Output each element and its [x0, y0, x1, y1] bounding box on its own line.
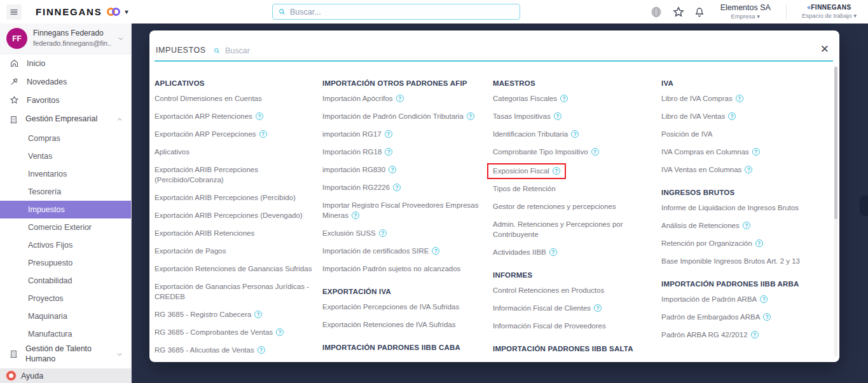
menu-item-retencion-por-organizacion[interactable]: Retención por Organización?	[661, 238, 833, 248]
help-icon[interactable]: ?	[553, 167, 560, 175]
sidebar-item-impuestos[interactable]: Impuestos	[0, 201, 131, 218]
help-icon[interactable]: ?	[763, 313, 771, 321]
menu-item-rg-3685-comprobantes-de-ventas[interactable]: RG 3685 - Comprobantes de Ventas?	[155, 327, 313, 337]
menu-item-tipos-de-retencion[interactable]: Tipos de Retención	[493, 184, 642, 194]
menu-item-control-retenciones-en-productos[interactable]: Control Retenciones en Productos	[493, 285, 642, 295]
menu-item-exportacion-arib-retenciones[interactable]: Exportación ARIB Retenciones	[155, 228, 313, 238]
close-icon[interactable]: ✕	[820, 44, 829, 55]
help-icon[interactable]: ?	[728, 112, 736, 120]
global-search[interactable]	[272, 4, 520, 20]
hamburger-menu-icon[interactable]	[6, 4, 22, 20]
menu-item-exportacion-percepciones-de-iva-sufridas[interactable]: Exportación Percepciones de IVA Sufridas	[322, 302, 485, 312]
menu-item-libro-de-iva-compras[interactable]: Libro de IVA Compras?	[661, 93, 833, 104]
help-icon[interactable]: ?	[743, 222, 750, 229]
menu-item-importacion-de-padron-condicion-tributaria[interactable]: Importación de Padrón Condición Tributar…	[322, 111, 485, 121]
menu-item-importacion-padron-sujetos-no-alcanzados[interactable]: Importación Padrón sujetos no alcanzados	[322, 264, 485, 274]
help-icon[interactable]: ?	[256, 112, 263, 120]
modal-search[interactable]	[213, 43, 353, 58]
menu-item-importacion-de-padron-arba[interactable]: Importación de Padrón ARBA?	[661, 294, 833, 304]
help-icon[interactable]: ?	[389, 166, 396, 173]
globe-icon[interactable]	[649, 5, 663, 19]
menu-item-importacion-rg2226[interactable]: Importación RG2226?	[322, 182, 485, 192]
menu-item-actividades-iibb[interactable]: Actividades IIBB?	[493, 247, 642, 257]
sidebar-item-contabilidad[interactable]: Contabilidad	[0, 272, 131, 290]
sidebar-item-tesoreria[interactable]: Tesorería	[0, 183, 131, 201]
sidebar-item-proyectos[interactable]: Proyectos	[0, 290, 131, 307]
feedback-tab[interactable]	[860, 196, 868, 216]
global-search-input[interactable]	[290, 8, 514, 17]
help-icon[interactable]: ?	[755, 239, 763, 247]
help-icon[interactable]: ?	[379, 229, 387, 237]
sidebar-item-maquinaria[interactable]: Maquinaria	[0, 307, 131, 325]
menu-item-exportacion-arp-retenciones[interactable]: Exportación ARP Retenciones?	[155, 111, 313, 121]
scrollbar-thumb[interactable]	[834, 67, 837, 219]
help-icon[interactable]: ?	[352, 212, 359, 219]
menu-item-aplicativos[interactable]: Aplicativos	[155, 147, 313, 157]
menu-item-analisis-de-retenciones[interactable]: Análisis de Retenciones?	[661, 220, 833, 231]
sidebar-item-manufactura[interactable]: Manufactura	[0, 325, 131, 343]
help-icon[interactable]: ?	[467, 112, 474, 120]
menu-item-admin-retenciones-y-percepciones-por-contribuyente[interactable]: Admin. Retenciones y Percepciones por Co…	[493, 219, 642, 239]
help-icon[interactable]: ?	[571, 130, 579, 138]
menu-item-padron-arba-rg-42-2012[interactable]: Padrón ARBA RG 42/2012?	[661, 330, 833, 340]
menu-item-control-dimensiones-en-cuentas[interactable]: Control Dimensiones en Cuentas	[155, 93, 313, 104]
sidebar-item-inicio[interactable]: Inicio	[0, 54, 131, 72]
help-icon[interactable]: ?	[396, 95, 404, 102]
menu-item-informacion-fiscal-de-proveedores[interactable]: Información Fiscal de Proveedores	[493, 321, 642, 331]
help-icon[interactable]: ?	[432, 247, 439, 255]
modal-scrollbar[interactable]	[834, 66, 837, 357]
sidebar-item-favoritos[interactable]: Favoritos	[0, 91, 131, 109]
menu-item-identificacion-tributaria[interactable]: Identificacion Tributaria?	[493, 129, 642, 139]
menu-item-exportacion-arib-percepciones-percibido-cobranza[interactable]: Exportación ARIB Percepciones (Percibido…	[155, 165, 313, 185]
modal-search-input[interactable]	[225, 46, 353, 55]
sidebar-item-ventas[interactable]: Ventas	[0, 147, 131, 165]
help-icon[interactable]: ?	[745, 166, 752, 173]
sidebar-item-compras[interactable]: Compras	[0, 130, 131, 147]
menu-item-exportacion-arib-percepciones-percibido[interactable]: Exportación ARIB Percepciones (Percibido…	[155, 192, 313, 203]
help-icon[interactable]: ?	[276, 328, 284, 336]
menu-item-comprobante-tipo-impositivo[interactable]: Comprobante Tipo Impositivo?	[493, 147, 642, 157]
workspace-switcher[interactable]: «FINNEGANS Espacio de trabajo ▾	[796, 4, 863, 19]
menu-item-rg-3685-registro-cabecera[interactable]: RG 3685 - Registro Cabecera?	[155, 309, 313, 319]
help-icon[interactable]: ?	[258, 346, 265, 354]
sidebar-item-activos-fijos[interactable]: Activos Fijos	[0, 236, 131, 254]
menu-item-libro-de-iva-ventas[interactable]: Libro de IVA Ventas?	[661, 111, 833, 121]
help-icon[interactable]: ?	[259, 130, 267, 138]
menu-item-categorias-fiscales[interactable]: Categorias Fiscales?	[493, 93, 642, 104]
help-icon[interactable]: ?	[594, 304, 602, 312]
help-icon[interactable]: ?	[385, 130, 392, 138]
sidebar-item-comercio-exterior[interactable]: Comercio Exterior	[0, 218, 131, 236]
menu-item-importacion-apocrifos[interactable]: Importación Apócrifos?	[322, 93, 485, 104]
menu-item-importacion-rg17[interactable]: importación RG17?	[322, 129, 485, 139]
menu-item-exportacion-retenciones-de-ganancias-sufridas[interactable]: Exportación Retenciones de Ganancias Suf…	[155, 264, 313, 274]
sidebar-section-gestion-de-talento-humano[interactable]: Gestión de Talento Humano	[0, 343, 131, 365]
menu-item-importacion-rg18[interactable]: Importación RG18?	[322, 147, 485, 157]
help-icon[interactable]: ?	[591, 148, 599, 156]
menu-item-informacion-fiscal-de-clientes[interactable]: Información Fiscal de Clientes?	[493, 303, 642, 313]
user-menu[interactable]: FF Finnegans Federado federado.finnegans…	[0, 24, 131, 54]
help-icon[interactable]: ?	[254, 311, 262, 318]
sidebar-item-ayuda[interactable]: Ayuda	[0, 368, 131, 383]
menu-item-iva-compras-en-columnas[interactable]: IVA Compras en Columnas?	[661, 147, 833, 157]
help-icon[interactable]: ?	[554, 112, 561, 120]
menu-item-exportacion-arp-percepciones[interactable]: Exportación ARP Percepciones?	[155, 129, 313, 139]
menu-item-exportacion-arib-percepciones-devengado[interactable]: Exportación ARIB Percepciones (Devengado…	[155, 210, 313, 220]
help-icon[interactable]: ?	[752, 148, 760, 156]
menu-item-posicion-de-iva[interactable]: Posición de IVA	[661, 129, 833, 139]
help-icon[interactable]: ?	[393, 184, 401, 191]
menu-item-exclusion-suss[interactable]: Exclusión SUSS?	[322, 228, 485, 238]
menu-item-importar-registro-fiscal-proveedores-empresas-mineras[interactable]: Importar Registro Fiscal Proveedores Emp…	[322, 200, 485, 220]
help-icon[interactable]: ?	[736, 95, 743, 102]
menu-item-rg-3685-alicuotas-de-ventas[interactable]: RG 3685 - Alicuotas de Ventas?	[155, 345, 313, 355]
sidebar-item-inventarios[interactable]: Inventarios	[0, 165, 131, 183]
sidebar-item-presupuesto[interactable]: Presupuesto	[0, 254, 131, 272]
menu-item-iva-ventas-en-columnas[interactable]: IVA Ventas en Columnas?	[661, 165, 833, 175]
favorites-star-icon[interactable]	[672, 6, 685, 18]
menu-item-tasas-impositivas[interactable]: Tasas Impositivas?	[493, 111, 642, 121]
menu-item-exportacion-de-ganancias-personas-juridicas-credeb[interactable]: Exportación de Ganancias Personas Jurídi…	[155, 281, 313, 302]
menu-item-informe-de-liquidacion-de-ingresos-brutos[interactable]: Informe de Liquidacion de Ingresos Bruto…	[661, 203, 833, 213]
menu-item-exposicion-fiscal[interactable]: Exposicion Fiscal?	[487, 163, 566, 179]
help-icon[interactable]: ?	[549, 248, 557, 256]
sidebar-item-novedades[interactable]: Novedades	[0, 72, 131, 91]
menu-item-gestor-de-retenciones-y-percepciones[interactable]: Gestor de retenciones y percepciones	[493, 201, 642, 212]
